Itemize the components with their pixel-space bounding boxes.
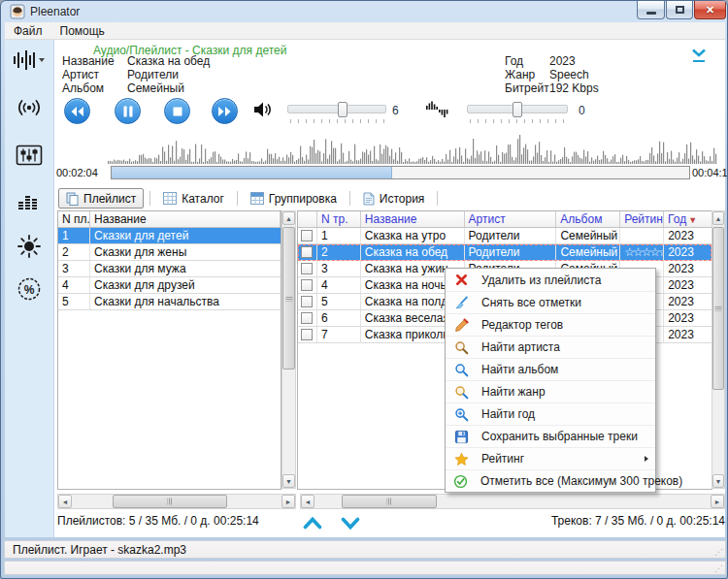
resize-grip[interactable]: ⋰ bbox=[714, 563, 723, 573]
playlist-row[interactable]: 4Сказки для друзей bbox=[58, 277, 281, 294]
track-checkbox[interactable] bbox=[301, 296, 313, 307]
tab-history[interactable]: История bbox=[356, 188, 432, 209]
playlist-number: 3 bbox=[58, 261, 90, 276]
track-checkbox[interactable] bbox=[301, 312, 313, 324]
track-name: Сказка на обед bbox=[361, 244, 465, 260]
context-menu-item[interactable]: Найти жанр bbox=[446, 380, 655, 402]
column-header[interactable]: N пл. bbox=[58, 211, 90, 227]
column-header[interactable]: Артист bbox=[465, 211, 557, 227]
track-checkbox[interactable] bbox=[301, 329, 313, 340]
menu-file[interactable]: Файл bbox=[5, 23, 51, 39]
statusbar-secondary: ⋰ bbox=[4, 561, 726, 575]
tab-playlist[interactable]: Плейлист bbox=[58, 188, 144, 209]
column-header[interactable]: Год▼ bbox=[664, 211, 711, 227]
checkbox-column-header[interactable] bbox=[298, 211, 317, 227]
context-menu-item[interactable]: Рейтинг bbox=[446, 447, 655, 469]
tab-catalog[interactable]: Каталог bbox=[156, 188, 231, 209]
playlist-row[interactable]: 5Сказки для начальства bbox=[58, 294, 281, 310]
volume-slider[interactable] bbox=[287, 102, 386, 117]
window-title: Pleenator bbox=[30, 5, 80, 18]
tab-separator bbox=[349, 191, 350, 206]
search-year-icon bbox=[453, 407, 469, 422]
previous-icon bbox=[70, 106, 84, 117]
playlist-number: 5 bbox=[58, 294, 90, 309]
track-checkbox[interactable] bbox=[301, 263, 313, 274]
search-artist-icon bbox=[453, 340, 469, 355]
scroll-thumb[interactable] bbox=[342, 495, 437, 508]
grouping-icon bbox=[250, 192, 264, 205]
waveform[interactable] bbox=[108, 134, 717, 164]
balance-thumb[interactable] bbox=[513, 102, 522, 117]
tab-label: Группировка bbox=[269, 192, 337, 206]
maximize-button[interactable] bbox=[666, 1, 693, 19]
radio-icon bbox=[15, 95, 44, 120]
statusbar-text: Плейлист. Играет - skazka2.mp3 bbox=[13, 543, 186, 557]
minimize-icon bbox=[646, 12, 656, 15]
track-row[interactable]: 2Сказка на обедРодителиСемейный☆☆☆☆☆2023 bbox=[298, 244, 711, 261]
scroll-down-arrow[interactable]: ▼ bbox=[712, 474, 724, 488]
playlist-row[interactable]: 3Сказки для мужа bbox=[58, 261, 281, 277]
time-total: 00:04:15 bbox=[692, 167, 728, 178]
brightness-button[interactable] bbox=[9, 228, 50, 265]
context-menu-item[interactable]: Снять все отметки bbox=[446, 291, 655, 313]
pause-button[interactable] bbox=[115, 98, 141, 124]
scroll-right-arrow[interactable]: ► bbox=[711, 495, 724, 508]
context-menu-item[interactable]: Найти артиста bbox=[446, 336, 655, 358]
scroll-up-arrow[interactable]: ▲ bbox=[712, 211, 724, 225]
tracks-hscrollbar[interactable]: ◄ ► bbox=[300, 494, 725, 509]
context-menu-item[interactable]: Найти год bbox=[446, 402, 655, 425]
context-menu-item[interactable]: Удалить из плейлиста bbox=[446, 269, 655, 291]
scroll-up-arrow[interactable]: ▲ bbox=[282, 211, 295, 225]
context-menu-item[interactable]: Редактор тегов bbox=[446, 313, 655, 336]
playlists-hscrollbar[interactable]: ◄ ► bbox=[57, 494, 296, 509]
collapse-panel-button[interactable] bbox=[690, 48, 710, 66]
balance-slider[interactable] bbox=[467, 102, 568, 117]
scroll-thumb[interactable] bbox=[712, 227, 724, 390]
playlist-row[interactable]: 1Сказки для детей bbox=[58, 228, 281, 244]
minimize-button[interactable] bbox=[637, 1, 665, 19]
column-header[interactable]: Название bbox=[361, 211, 465, 227]
tracks-vscrollbar[interactable]: ▲ ▼ bbox=[711, 210, 725, 489]
mixer-button[interactable] bbox=[9, 137, 50, 174]
scroll-left-arrow[interactable]: ◄ bbox=[301, 495, 314, 508]
context-menu-item[interactable]: Найти альбом bbox=[446, 358, 655, 380]
resize-grip[interactable]: ⋰ bbox=[714, 547, 723, 557]
tab-grouping[interactable]: Группировка bbox=[244, 188, 344, 209]
column-header[interactable]: Название bbox=[90, 211, 281, 227]
progress-bar[interactable] bbox=[111, 166, 690, 179]
percent-button[interactable]: % bbox=[9, 271, 50, 307]
move-down-button[interactable] bbox=[341, 516, 362, 532]
stop-button[interactable] bbox=[164, 98, 190, 124]
titlebar[interactable]: Pleenator ✕ bbox=[1, 1, 727, 22]
track-checkbox[interactable] bbox=[301, 246, 313, 258]
track-year: 2023 bbox=[664, 277, 711, 293]
checkbox-cell bbox=[298, 261, 317, 276]
playlist-row[interactable]: 2Сказки для жены bbox=[58, 244, 281, 261]
scroll-left-arrow[interactable]: ◄ bbox=[58, 495, 72, 508]
scroll-thumb[interactable] bbox=[282, 227, 295, 370]
column-header[interactable]: Рейтинг bbox=[620, 211, 664, 227]
column-header[interactable]: N тр. bbox=[317, 211, 361, 227]
menu-help[interactable]: Помощь bbox=[51, 23, 114, 39]
audio-mode-button[interactable] bbox=[9, 42, 50, 79]
track-rating bbox=[620, 228, 664, 243]
playlists-vscrollbar[interactable]: ▲ ▼ bbox=[281, 210, 296, 489]
close-button[interactable]: ✕ bbox=[694, 1, 726, 19]
scroll-right-arrow[interactable]: ► bbox=[281, 495, 295, 508]
context-menu-item[interactable]: Отметить все (Максимум 300 треков) bbox=[446, 469, 655, 492]
radio-button[interactable] bbox=[9, 89, 50, 126]
equalizer-button[interactable] bbox=[9, 182, 50, 219]
scroll-down-arrow[interactable]: ▼ bbox=[282, 474, 295, 488]
track-artist: Родители bbox=[465, 228, 557, 243]
column-header[interactable]: Альбом bbox=[556, 211, 620, 227]
track-checkbox[interactable] bbox=[301, 230, 313, 241]
next-button[interactable] bbox=[212, 98, 238, 124]
volume-thumb[interactable] bbox=[338, 102, 347, 117]
track-row[interactable]: 1Сказка на утроРодителиСемейный2023 bbox=[298, 228, 711, 244]
context-menu-item-label: Найти год bbox=[481, 407, 535, 421]
track-checkbox[interactable] bbox=[301, 279, 313, 291]
context-menu-item[interactable]: Сохранить выбранные треки bbox=[446, 425, 655, 447]
move-up-button[interactable] bbox=[303, 516, 324, 532]
previous-button[interactable] bbox=[64, 98, 90, 124]
scroll-thumb[interactable] bbox=[113, 495, 227, 508]
